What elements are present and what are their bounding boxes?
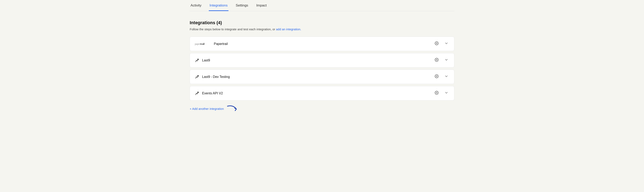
tabs-navigation: Activity Integrations Settings Impact bbox=[190, 0, 454, 11]
settings-icon[interactable] bbox=[434, 40, 440, 47]
integration-row[interactable]: Last9 - Dev Testing bbox=[190, 70, 454, 84]
description-text: Follow the steps below to integrate and … bbox=[190, 28, 276, 31]
integration-row[interactable]: Events API V2 bbox=[190, 86, 454, 101]
chevron-down-icon[interactable] bbox=[444, 90, 449, 97]
integration-row[interactable]: Last9 bbox=[190, 53, 454, 67]
tab-settings[interactable]: Settings bbox=[235, 0, 249, 11]
chevron-down-icon[interactable] bbox=[444, 57, 449, 64]
integration-name: Last9 - Dev Testing bbox=[202, 75, 230, 79]
tab-activity[interactable]: Activity bbox=[190, 0, 202, 11]
integration-name: Papertrail bbox=[214, 42, 228, 46]
svg-point-4 bbox=[436, 76, 437, 77]
integration-row[interactable]: papertrail Papertrail bbox=[190, 37, 454, 51]
integration-left: papertrail Papertrail bbox=[195, 42, 228, 46]
settings-icon[interactable] bbox=[434, 90, 440, 97]
last9-icon bbox=[195, 75, 199, 79]
integration-right bbox=[434, 40, 449, 47]
add-integration-row: + Add another integration bbox=[190, 105, 454, 113]
integration-left: Last9 - Dev Testing bbox=[195, 75, 230, 79]
add-another-integration-link[interactable]: + Add another integration bbox=[190, 107, 224, 111]
content-area: Integrations (4) Follow the steps below … bbox=[190, 19, 454, 121]
integration-right bbox=[434, 57, 449, 64]
settings-icon[interactable] bbox=[434, 57, 440, 64]
integration-right bbox=[434, 90, 449, 97]
chevron-down-icon[interactable] bbox=[444, 73, 449, 80]
tab-integrations[interactable]: Integrations bbox=[209, 0, 228, 11]
integration-left: Last9 bbox=[195, 58, 210, 63]
svg-point-0 bbox=[436, 43, 437, 44]
last9-icon bbox=[195, 91, 199, 95]
arrow-icon bbox=[226, 105, 238, 113]
tab-impact[interactable]: Impact bbox=[256, 0, 268, 11]
svg-point-2 bbox=[436, 59, 437, 60]
integration-left: Events API V2 bbox=[195, 91, 223, 95]
chevron-down-icon[interactable] bbox=[444, 40, 449, 47]
add-integration-link-inline[interactable]: add an integration. bbox=[276, 28, 301, 31]
page-title: Integrations (4) bbox=[190, 20, 454, 25]
last9-icon bbox=[195, 58, 199, 63]
integration-list: papertrail Papertrail bbox=[190, 37, 454, 101]
papertrail-logo: papertrail bbox=[195, 42, 211, 46]
logo-trail: trail bbox=[200, 42, 204, 45]
integration-name: Events API V2 bbox=[202, 91, 223, 95]
integration-name: Last9 bbox=[202, 59, 210, 62]
svg-point-6 bbox=[436, 92, 437, 93]
page-description: Follow the steps below to integrate and … bbox=[190, 28, 454, 31]
logo-paper: paper bbox=[195, 42, 200, 45]
settings-icon[interactable] bbox=[434, 73, 440, 80]
integration-right bbox=[434, 73, 449, 80]
